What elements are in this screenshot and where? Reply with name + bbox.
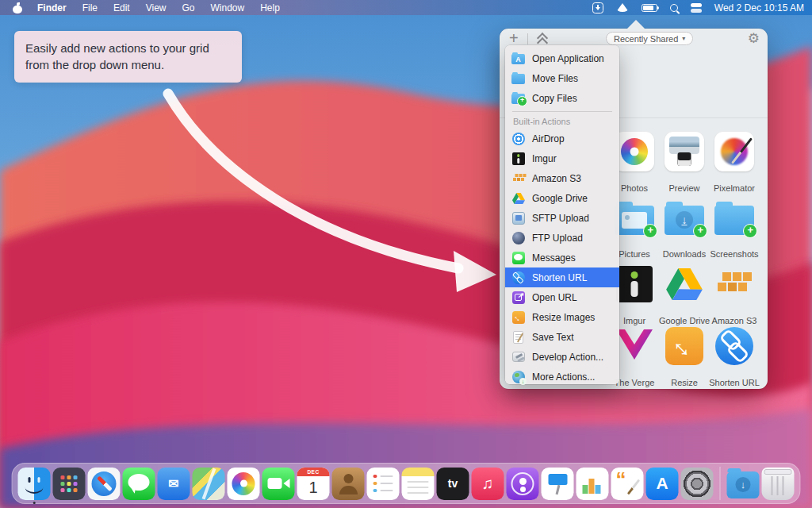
add-action-button[interactable]: + [509,30,519,46]
menu-item-label: More Actions... [532,371,595,383]
menu-item-label: AirDrop [532,133,565,144]
wifi-icon[interactable] [616,3,629,12]
dock-item-photos[interactable] [228,468,260,500]
shorten-url-icon [714,325,755,367]
dock-item-maps[interactable] [193,468,225,500]
dock-item-podcasts[interactable] [507,468,539,500]
pixelmator-icon [714,131,755,172]
menubar-clock[interactable]: Wed 2 Dec 10:15 AM [714,2,804,13]
menu-item-amazon-s3[interactable]: Amazon S3 [505,168,619,188]
grid-item-label: Photos [621,183,648,193]
menu-item-airdrop[interactable]: AirDrop [505,129,619,148]
menu-item-more-actions[interactable]: More Actions... [505,367,619,387]
menu-item-open-application[interactable]: A Open Application [505,48,619,68]
menu-item-ftp-upload[interactable]: FTP Upload [505,228,619,248]
menu-item-sftp-upload[interactable]: SFTP Upload [505,208,619,228]
save-text-icon [511,330,525,344]
the-verge-icon [614,325,655,367]
downloads-folder-icon: ↓ [664,197,705,238]
dock-item-safari[interactable] [88,468,121,500]
menubar-item-edit[interactable]: Edit [106,0,137,15]
grid-item-label: Downloads [663,249,706,259]
menu-item-copy-files[interactable]: Copy Files [505,88,619,108]
develop-action-icon [511,350,525,364]
dock-item-system-preferences[interactable] [681,468,714,500]
dock-item-mail[interactable]: ✉ [158,468,190,500]
menu-item-imgur[interactable]: Imgur [505,148,619,168]
resize-icon [664,325,705,367]
menu-item-label: Imgur [532,153,557,164]
menubar-item-view[interactable]: View [139,0,174,15]
menu-bar: Finder File Edit View Go Window Help Wed… [0,0,812,15]
apple-menu-icon[interactable] [13,2,22,13]
menu-item-move-files[interactable]: Move Files [505,68,619,88]
grid-item-pixelmator[interactable]: Pixelmator [710,131,759,193]
dock-item-downloads-folder[interactable]: ↓ [727,471,760,498]
spotlight-search-icon[interactable] [670,4,678,12]
dock-item-app-store[interactable]: A [646,468,679,500]
dock-item-messages[interactable] [123,468,155,500]
music-note-icon: ♫ [472,468,504,500]
menu-item-label: Copy Files [532,93,577,104]
grid-item-downloads[interactable]: ↓ Downloads [660,197,709,259]
screenshots-folder-icon [714,197,755,238]
dock-item-notes[interactable] [402,468,435,500]
grid-item-screenshots[interactable]: Screenshots [710,197,759,259]
menu-item-messages[interactable]: Messages [505,248,619,267]
menu-item-label: Amazon S3 [532,173,581,184]
sftp-upload-icon [511,211,525,225]
pictures-folder-icon [614,197,655,238]
settings-gear-icon[interactable]: ⚙ [748,30,760,47]
grid-item-label: Screenshots [710,249,758,259]
dock-item-keynote[interactable] [542,468,574,500]
dropzone-menubar-icon[interactable] [592,2,603,13]
collapse-chevrons-icon[interactable] [537,33,548,44]
dock-item-facetime[interactable] [262,468,295,500]
filter-dropdown[interactable]: Recently Shared ▾ [606,32,693,45]
grid-item-label: Shorten URL [709,378,760,387]
grid-item-shorten-url[interactable]: Shorten URL [710,325,759,387]
menubar-item-file[interactable]: File [75,0,105,15]
battery-icon[interactable] [642,4,657,12]
open-url-icon [511,291,525,304]
control-center-icon[interactable] [691,3,702,13]
menu-item-open-url[interactable]: Open URL [505,287,619,307]
dock-item-numbers[interactable] [576,468,609,500]
dock-item-music[interactable]: ♫ [472,468,504,500]
grid-item-amazon-s3[interactable]: Amazon S3 [710,264,759,325]
dock-item-reminders[interactable] [367,468,400,500]
menu-item-label: Open URL [532,292,577,303]
grid-item-google-drive[interactable]: Google Drive [660,264,709,325]
dock-item-finder[interactable] [18,468,51,500]
dock-item-launchpad[interactable] [53,468,86,500]
menu-item-shorten-url-selected[interactable]: Shorten URL [505,267,619,287]
menu-item-save-text[interactable]: Save Text [505,327,619,347]
menubar-app-name[interactable]: Finder [30,0,74,15]
grid-item-label: Resize [671,378,698,387]
menu-item-label: Move Files [532,73,578,84]
menu-item-label: Resize Images [532,312,595,323]
grid-item-resize[interactable]: Resize [660,325,709,387]
dock-item-pages[interactable]: “ [611,468,644,500]
dock-separator [720,467,721,500]
more-actions-icon [511,370,525,383]
chevron-down-icon: ▾ [682,35,685,42]
dock-item-trash[interactable] [762,468,795,500]
menu-item-label: FTP Upload [532,233,583,244]
desktop: Finder File Edit View Go Window Help Wed… [0,0,812,508]
menu-item-develop-action[interactable]: Develop Action... [505,347,619,367]
grid-item-preview[interactable]: Preview [660,131,709,193]
preview-icon [664,131,705,172]
grid-item-label: The Verge [615,378,655,387]
grid-item-label: Pixelmator [714,183,755,193]
menubar-item-window[interactable]: Window [204,0,252,15]
menubar-item-go[interactable]: Go [175,0,202,15]
dock-item-calendar[interactable]: DEC 1 [297,468,330,500]
dock-item-apple-tv[interactable]: tv [437,468,469,500]
dock-item-contacts[interactable] [332,468,365,500]
menu-item-google-drive[interactable]: Google Drive [505,188,619,208]
grid-item-label: Amazon S3 [712,316,757,325]
shorten-url-icon [511,271,525,284]
menu-item-resize-images[interactable]: Resize Images [505,307,619,327]
menubar-item-help[interactable]: Help [253,0,287,15]
